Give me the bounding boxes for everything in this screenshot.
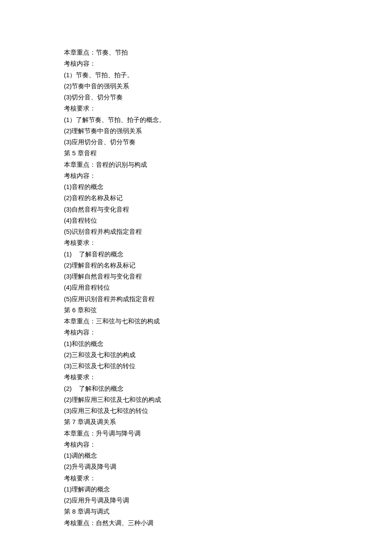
text-line: (3)三和弦及七和弦的转位 <box>64 360 328 372</box>
text-line: (2)音程的名称及标记 <box>64 192 328 203</box>
text-line: (5)应用识别音程并构成指定音程 <box>64 293 328 305</box>
text-line: (2)应用升号调及降号调 <box>64 495 328 506</box>
text-line: (3)应用切分音、切分节奏 <box>64 137 328 148</box>
text-line: 考核内容： <box>64 170 328 181</box>
text-line: 第 7 章调及调关系 <box>64 416 328 427</box>
text-line: (3)切分音、切分节奏 <box>64 92 328 103</box>
text-line: 考核要求： <box>64 473 328 484</box>
text-line: 本章重点：三和弦与七和弦的构成 <box>64 316 328 327</box>
text-line: 考核内容： <box>64 439 328 450</box>
text-line: (1）了解节奏、节拍、拍子的概念。 <box>64 114 328 125</box>
text-line: 本章重点：节奏、节拍 <box>64 47 328 58</box>
text-line: (4)应用音程转位 <box>64 282 328 293</box>
text-line: (2)理解应用三和弦及七和弦的构成 <box>64 394 328 405</box>
text-line: (4)音程转位 <box>64 215 328 226</box>
text-line: 本章重点：音程的识别与构成 <box>64 159 328 170</box>
text-line: (1)和弦的概念 <box>64 338 328 349</box>
text-line: 考核要求： <box>64 372 328 383</box>
text-line: (2)节奏中音的强弱关系 <box>64 81 328 92</box>
text-line: (2) 了解和弦的概念 <box>64 383 328 394</box>
text-line: (3)自然音程与变化音程 <box>64 204 328 215</box>
text-line: 考核内容： <box>64 327 328 338</box>
text-line: (2)升号调及降号调 <box>64 461 328 472</box>
text-line: 考核重点：自然大调、三种小调 <box>64 517 328 529</box>
text-line: 第 6 章和弦 <box>64 305 328 316</box>
text-line: 第 5 章音程 <box>64 148 328 159</box>
text-line: 考核要求： <box>64 103 328 114</box>
text-line: (1)理解调的概念 <box>64 484 328 495</box>
text-line: 考核要求： <box>64 237 328 248</box>
text-line: 第 8 章调与调式 <box>64 506 328 517</box>
text-line: (2)三和弦及七和弦的构成 <box>64 349 328 360</box>
document-page: 本章重点：节奏、节拍 考核内容： (1）节奏、节拍、拍子。 (2)节奏中音的强弱… <box>0 0 392 555</box>
text-line: (5)识别音程并构成指定音程 <box>64 226 328 237</box>
text-line: (1）节奏、节拍、拍子。 <box>64 70 328 81</box>
text-line: 本章重点：升号调与降号调 <box>64 428 328 439</box>
text-line: (3)理解自然音程与变化音程 <box>64 271 328 282</box>
text-line: (1)音程的概念 <box>64 181 328 192</box>
text-line: (2)理解节奏中音的强弱关系 <box>64 125 328 137</box>
text-line: (3)应用三和弦及七和弦的转位 <box>64 405 328 416</box>
text-line: (2)理解音程的名称及标记 <box>64 260 328 271</box>
text-line: 考核内容： <box>64 58 328 69</box>
text-line: (1)调的概念 <box>64 450 328 461</box>
text-line: (1) 了解音程的概念 <box>64 249 328 260</box>
